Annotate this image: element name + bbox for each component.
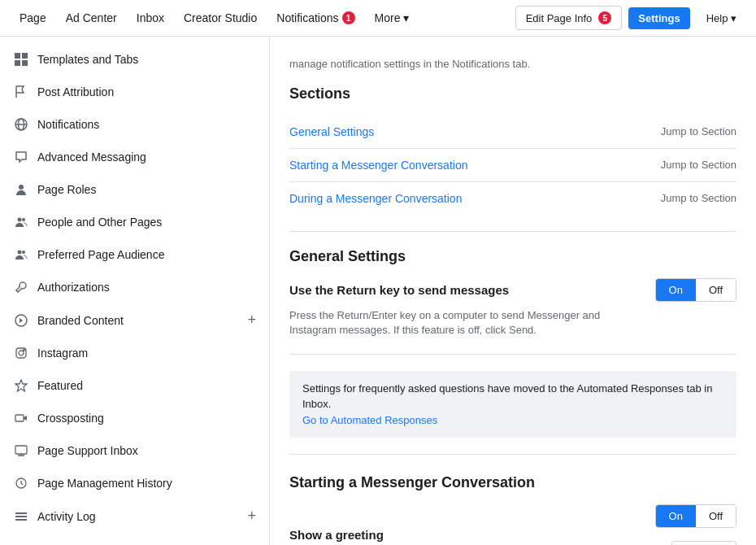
branded-icon bbox=[13, 312, 29, 329]
svg-rect-20 bbox=[15, 512, 27, 514]
sidebar-item-advanced-messaging[interactable]: Advanced Messaging bbox=[0, 141, 269, 173]
svg-point-9 bbox=[22, 218, 25, 221]
sidebar-label: Featured bbox=[37, 379, 256, 392]
main-layout: Templates and Tabs Post Attribution Noti… bbox=[0, 37, 756, 545]
history-icon bbox=[13, 475, 29, 491]
nav-more[interactable]: More ▾ bbox=[365, 0, 419, 37]
sections-list: General Settings Jump to Section Startin… bbox=[289, 116, 736, 215]
show-greeting-setting: Show a greeting On Off Change Greet peop… bbox=[289, 504, 736, 545]
return-key-label: Use the Return key to send messages bbox=[289, 283, 509, 297]
nav-creator-studio[interactable]: Creator Studio bbox=[174, 0, 267, 37]
sidebar-label: Page Support Inbox bbox=[37, 444, 256, 457]
change-button[interactable]: Change bbox=[671, 541, 736, 545]
settings-button[interactable]: Settings bbox=[628, 7, 689, 29]
faq-notice-text: Settings for frequently asked questions … bbox=[302, 382, 712, 411]
section-row-during: During a Messenger Conversation Jump to … bbox=[289, 182, 736, 215]
sidebar-item-crossposting[interactable]: Crossposting bbox=[0, 402, 269, 434]
toggle-off-button[interactable]: Off bbox=[696, 279, 736, 301]
nav-inbox[interactable]: Inbox bbox=[127, 0, 174, 37]
main-content: manage notification settings in the Noti… bbox=[270, 37, 756, 545]
grid-icon bbox=[13, 51, 29, 68]
svg-point-10 bbox=[18, 251, 22, 255]
show-greeting-label: Show a greeting bbox=[289, 528, 384, 542]
svg-rect-21 bbox=[15, 516, 27, 517]
people-icon bbox=[13, 214, 29, 230]
divider bbox=[289, 231, 736, 232]
wrench-icon bbox=[13, 279, 29, 295]
sidebar-item-post-attribution[interactable]: Post Attribution bbox=[0, 76, 269, 108]
top-navigation: Page Ad Center Inbox Creator Studio Noti… bbox=[0, 0, 756, 37]
svg-point-14 bbox=[19, 351, 24, 355]
nav-items: Page Ad Center Inbox Creator Studio Noti… bbox=[10, 0, 515, 37]
greeting-toggle: On Off bbox=[655, 504, 736, 528]
svg-marker-16 bbox=[15, 380, 27, 391]
help-button[interactable]: Help ▾ bbox=[697, 7, 746, 29]
sidebar-item-templates-and-tabs[interactable]: Templates and Tabs bbox=[0, 43, 269, 76]
return-key-desc: Press the Return/Enter key on a computer… bbox=[289, 308, 647, 338]
sidebar-label: Crossposting bbox=[37, 412, 256, 425]
section-row-general: General Settings Jump to Section bbox=[289, 116, 736, 149]
section-link-during[interactable]: During a Messenger Conversation bbox=[289, 192, 462, 205]
sidebar-label: Post Attribution bbox=[37, 85, 256, 98]
sidebar-item-branded-content[interactable]: Branded Content + bbox=[0, 303, 269, 337]
nav-ad-center[interactable]: Ad Center bbox=[56, 0, 127, 37]
greeting-toggle-off[interactable]: Off bbox=[696, 505, 736, 527]
sidebar-label: Page Roles bbox=[37, 183, 256, 196]
sidebar-item-activity-log[interactable]: Activity Log + bbox=[0, 499, 269, 533]
messenger-title: Starting a Messenger Conversation bbox=[289, 474, 736, 491]
section-link-general[interactable]: General Settings bbox=[289, 125, 374, 138]
messenger-section: Starting a Messenger Conversation Show a… bbox=[289, 474, 736, 545]
divider2 bbox=[289, 354, 736, 355]
section-row-starting: Starting a Messenger Conversation Jump t… bbox=[289, 149, 736, 182]
show-greeting-header: Show a greeting On Off Change bbox=[289, 504, 736, 545]
sidebar-label: Branded Content bbox=[37, 314, 247, 327]
sidebar-label: People and Other Pages bbox=[37, 216, 256, 229]
svg-rect-22 bbox=[15, 519, 27, 521]
sidebar-label: Notifications bbox=[37, 118, 256, 131]
nav-notifications[interactable]: Notifications 1 bbox=[267, 0, 364, 37]
jump-link-general[interactable]: Jump to Section bbox=[661, 125, 736, 137]
sidebar-item-page-roles[interactable]: Page Roles bbox=[0, 173, 269, 206]
sidebar-label: Page Management History bbox=[37, 477, 256, 490]
faq-notice-box: Settings for frequently asked questions … bbox=[289, 371, 736, 438]
globe-icon bbox=[13, 116, 29, 133]
edit-page-badge: 5 bbox=[598, 11, 611, 24]
sidebar: Templates and Tabs Post Attribution Noti… bbox=[0, 37, 270, 545]
svg-rect-1 bbox=[22, 53, 28, 59]
svg-rect-17 bbox=[15, 415, 24, 421]
svg-point-11 bbox=[22, 251, 25, 254]
person-icon bbox=[13, 181, 29, 198]
sidebar-item-notifications[interactable]: Notifications bbox=[0, 108, 269, 141]
sidebar-item-featured[interactable]: Featured bbox=[0, 369, 269, 402]
plus-icon[interactable]: + bbox=[247, 312, 256, 329]
sidebar-item-page-management-history[interactable]: Page Management History bbox=[0, 467, 269, 499]
return-key-setting: Use the Return key to send messages On O… bbox=[289, 278, 736, 338]
toggle-on-button[interactable]: On bbox=[656, 279, 696, 301]
sidebar-label: Advanced Messaging bbox=[37, 150, 256, 164]
section-link-starting[interactable]: Starting a Messenger Conversation bbox=[289, 159, 467, 172]
sidebar-item-page-support-inbox[interactable]: Page Support Inbox bbox=[0, 434, 269, 467]
sidebar-label: Activity Log bbox=[37, 510, 247, 523]
sidebar-item-people-and-other-pages[interactable]: People and Other Pages bbox=[0, 206, 269, 238]
flag-icon bbox=[13, 84, 29, 100]
sidebar-label: Templates and Tabs bbox=[37, 53, 256, 66]
svg-point-7 bbox=[19, 185, 24, 190]
greeting-toggle-on[interactable]: On bbox=[656, 505, 696, 527]
nav-right: Edit Page Info 5 Settings Help ▾ bbox=[515, 6, 746, 30]
svg-rect-3 bbox=[22, 60, 28, 66]
jump-link-during[interactable]: Jump to Section bbox=[661, 192, 736, 204]
sidebar-item-instagram[interactable]: Instagram bbox=[0, 337, 269, 369]
faq-link[interactable]: Go to Automated Responses bbox=[302, 414, 437, 426]
return-key-toggle: On Off bbox=[655, 278, 736, 302]
plus-icon[interactable]: + bbox=[247, 508, 256, 525]
jump-link-starting[interactable]: Jump to Section bbox=[661, 159, 736, 171]
sidebar-item-authorizations[interactable]: Authorizations bbox=[0, 271, 269, 303]
sidebar-item-preferred-page-audience[interactable]: Preferred Page Audience bbox=[0, 238, 269, 271]
svg-rect-18 bbox=[15, 446, 27, 454]
sidebar-label: Preferred Page Audience bbox=[37, 248, 256, 261]
notifications-badge: 1 bbox=[342, 11, 355, 24]
svg-point-8 bbox=[18, 218, 22, 222]
edit-page-info-button[interactable]: Edit Page Info 5 bbox=[515, 6, 623, 30]
return-key-header: Use the Return key to send messages On O… bbox=[289, 278, 736, 302]
nav-page[interactable]: Page bbox=[10, 0, 56, 37]
